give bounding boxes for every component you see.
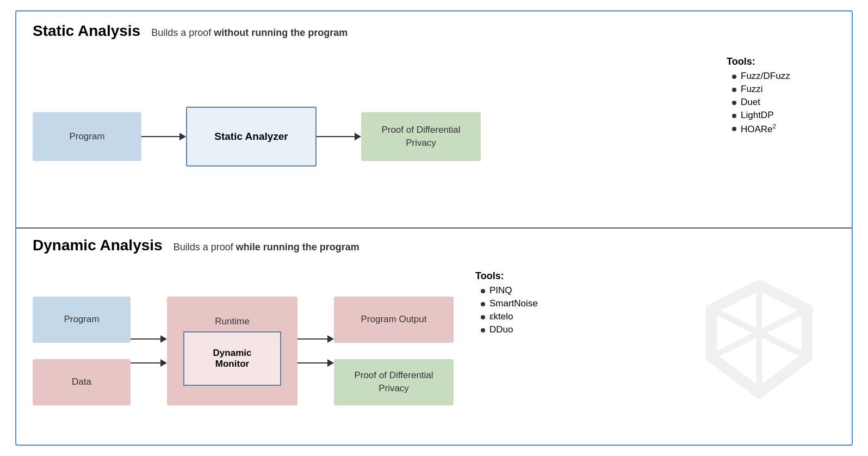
bullet-icon [481,328,485,332]
list-item: Duet [732,97,835,108]
static-analysis-section: Static Analysis Builds a proof without r… [16,11,852,229]
dynamic-subtitle-bold: while running the program [236,242,359,252]
dynamic-program-box: Program [33,297,131,343]
dynamic-tools-title: Tools: [475,270,584,282]
list-item: HOARe2 [732,123,835,135]
bullet-icon [732,88,736,92]
dynamic-title: Dynamic Analysis [33,237,163,254]
dynamic-arrow-top-right [297,335,334,343]
dynamic-arrow-bottom-left [131,359,167,367]
list-item: Fuzzi [732,84,835,95]
dynamic-left-boxes: Program Data [33,297,131,405]
static-tools-title: Tools: [727,56,835,67]
static-arrow-2 [317,133,361,140]
list-item: SmartNoise [481,298,584,309]
static-subtitle-prefix: Builds a proof [151,27,214,38]
dynamic-monitor-box: DynamicMonitor [183,331,281,386]
dynamic-arrow-bottom-right [297,359,334,367]
static-title: Static Analysis [33,22,140,40]
bullet-icon [732,75,736,79]
static-tools-list: Fuzz/DFuzz Fuzzi Duet LightDP HOARe2 [727,71,835,135]
static-proof-box: Proof of DifferentialPrivacy [361,112,481,161]
bullet-icon [732,127,736,131]
dynamic-flow-area: Program Data Runtime [33,265,835,436]
static-subtitle-bold: without running the program [214,27,348,38]
dynamic-analysis-section: Dynamic Analysis Builds a proof while ru… [16,229,852,445]
static-flow-and-tools: Program Static Analyzer Proo [33,51,835,222]
dynamic-tools: Tools: PINQ SmartNoise εktelo DDuo [475,270,584,337]
list-item: DDuo [481,324,584,335]
dynamic-subtitle: Builds a proof while running the program [173,242,359,253]
static-program-box: Program [33,112,141,161]
bullet-icon [481,302,485,306]
dynamic-arrows-left [131,335,167,367]
bullet-icon [732,101,736,105]
list-item: εktelo [481,311,584,322]
dynamic-proof-box: Proof of DifferentialPrivacy [334,359,454,405]
bullet-icon [732,114,736,118]
bullet-icon [481,315,485,319]
list-item: LightDP [732,110,835,121]
dynamic-arrows-right [297,335,334,367]
list-item: Fuzz/DFuzz [732,71,835,82]
dynamic-data-box: Data [33,359,131,405]
dynamic-arrow-top-left [131,335,167,343]
static-header: Static Analysis Builds a proof without r… [33,22,835,40]
static-arrow-1 [141,133,186,140]
static-subtitle: Builds a proof without running the progr… [151,27,348,39]
static-tools: Tools: Fuzz/DFuzz Fuzzi Duet LightDP HOA… [727,56,835,137]
main-container: Static Analysis Builds a proof without r… [15,10,853,446]
dynamic-header: Dynamic Analysis Builds a proof while ru… [33,237,835,254]
dynamic-middle-box: Runtime DynamicMonitor [167,297,297,405]
static-flow-diagram: Program Static Analyzer Proo [33,107,705,167]
dynamic-output-box: Program Output [334,297,454,343]
bullet-icon [481,289,485,293]
list-item: PINQ [481,285,584,296]
static-analyzer-box: Static Analyzer [186,107,317,167]
dynamic-tools-list: PINQ SmartNoise εktelo DDuo [475,285,584,335]
dynamic-right-boxes: Program Output Proof of DifferentialPriv… [334,297,454,405]
dynamic-runtime-label: Runtime [215,316,249,327]
dynamic-subtitle-prefix: Builds a proof [173,242,236,252]
